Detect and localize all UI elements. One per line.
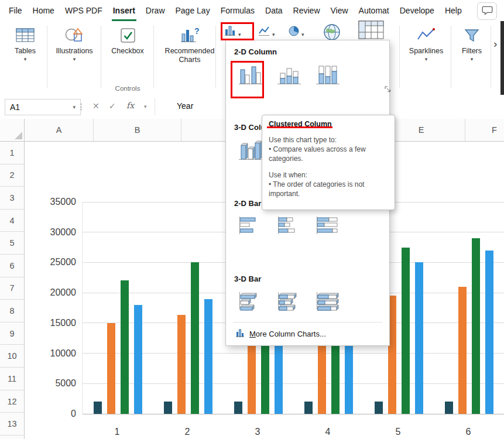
drag-handle-icon: ⋮ (77, 102, 85, 111)
formula-input[interactable]: Year (177, 101, 193, 111)
comment-button[interactable] (477, 2, 497, 20)
tab-help[interactable]: Help (440, 0, 467, 21)
tab-data[interactable]: Data (260, 0, 288, 21)
illustrations-button[interactable]: Illustrations ▾ (52, 25, 97, 62)
tab-formulas[interactable]: Formulas (215, 0, 260, 21)
bar-orange-cat-6 (458, 287, 467, 414)
tab-page-lay[interactable]: Page Lay (170, 0, 215, 21)
row-header-11[interactable]: 11 (0, 368, 24, 390)
tab-view[interactable]: View (325, 0, 354, 21)
row-header-1[interactable]: 1 (0, 142, 24, 164)
bar-teal-cat-2 (164, 402, 172, 414)
tooltip-line: Use this chart type to: (269, 135, 388, 145)
menu-option-100-stacked-column[interactable] (311, 60, 344, 90)
x-axis-label-1: 1 (115, 427, 120, 437)
insert-line-chart-button[interactable]: ▾ (258, 25, 275, 40)
tables-button[interactable]: Tables ▾ (8, 25, 42, 62)
row-header-13[interactable]: 13 (0, 413, 24, 435)
menu-option-3d-stacked-bar[interactable] (273, 287, 306, 317)
insert-function-icon[interactable]: fx (126, 101, 134, 110)
insert-column-chart-button[interactable]: ▾ (224, 25, 241, 40)
more-column-charts-icon (235, 328, 245, 339)
menu-section-title: 3-D Bar (234, 275, 381, 283)
menu-footer-label: More Column Charts... (249, 330, 326, 338)
menu-more-column-charts[interactable]: More Column Charts... (233, 325, 382, 341)
tab-file[interactable]: File (4, 0, 28, 21)
menu-option-stacked-bar[interactable] (273, 211, 306, 242)
y-axis-tick-15000: 15000 (25, 318, 76, 328)
formula-bar-caret-icon[interactable]: ▾ (144, 104, 147, 109)
tooltip-title: Clustered Column (269, 120, 388, 128)
ribbon-overflow-chevron[interactable]: › (493, 37, 497, 50)
tab-automat[interactable]: Automat (354, 0, 395, 21)
illustrations-icon (64, 25, 84, 45)
menu-option-clustered-bar[interactable] (234, 211, 267, 242)
filters-button[interactable]: Filters ▾ (455, 25, 488, 62)
tab-insert[interactable]: Insert (108, 0, 140, 21)
bar-teal-cat-5 (375, 402, 383, 414)
x-axis-label-2: 2 (185, 427, 190, 437)
dialog-launcher-icon[interactable] (383, 85, 392, 93)
caret-down-icon: ▾ (238, 32, 241, 37)
menu-option-stacked-column[interactable] (273, 60, 306, 90)
tooltip-line: • Compare values across a few categories… (269, 145, 388, 163)
row-header-3[interactable]: 3 (0, 187, 24, 210)
tab-develope[interactable]: Develope (395, 0, 440, 21)
row-header-2[interactable]: 2 (0, 164, 24, 187)
pie-chart-icon (288, 25, 300, 39)
menu-icon-row (234, 60, 381, 90)
comment-icon (482, 5, 493, 18)
tab-review[interactable]: Review (288, 0, 325, 21)
sparklines-label: Sparklines (409, 47, 443, 56)
caret-down-icon: ▾ (471, 57, 474, 62)
y-axis-tick-25000: 25000 (25, 257, 76, 267)
caret-down-icon: ▾ (73, 57, 76, 62)
name-box[interactable]: A1 ▾ (5, 99, 81, 115)
insert-pie-chart-button[interactable]: ▾ (288, 25, 304, 40)
column-header-b[interactable]: B (94, 119, 181, 141)
recommended-charts-icon: ? (179, 25, 201, 45)
bar-green-cat-6 (472, 238, 480, 414)
column-header-a[interactable]: A (25, 119, 94, 141)
row-header-4[interactable]: 4 (0, 210, 24, 232)
cancel-icon[interactable]: ✕ (92, 101, 100, 111)
row-header-7[interactable]: 7 (0, 277, 24, 300)
menu-option-100-stacked-bar[interactable] (311, 211, 344, 242)
maps-button[interactable] (323, 26, 341, 41)
row-header-8[interactable]: 8 (0, 300, 24, 323)
y-axis-tick-30000: 30000 (25, 227, 76, 238)
tooltip-line: Use it when: (269, 170, 388, 180)
recommended-charts-button[interactable]: ? Recommended Charts (159, 25, 220, 64)
sparklines-button[interactable]: Sparklines ▾ (405, 25, 447, 62)
row-header-5[interactable]: 5 (0, 232, 24, 255)
checkbox-label: Checkbox (111, 47, 144, 56)
chart-type-tooltip: Clustered Column Use this chart type to:… (262, 115, 395, 210)
tables-label: Tables (15, 47, 36, 56)
select-all-corner[interactable] (0, 119, 25, 142)
row-header-12[interactable]: 12 (0, 390, 24, 413)
menu-section-title: 2-D Column (234, 47, 381, 56)
x-axis-label-4: 4 (325, 427, 331, 437)
name-box-caret-icon[interactable]: ▾ (73, 104, 76, 110)
tab-home[interactable]: Home (28, 0, 60, 21)
menu-option-clustered-column[interactable] (234, 60, 267, 90)
enter-icon[interactable]: ✓ (109, 101, 116, 111)
row-header-9[interactable]: 9 (0, 323, 24, 345)
menu-option-3d-clustered-bar[interactable] (234, 287, 267, 317)
bar-blue-cat-6 (485, 251, 493, 414)
tab-wps-pdf[interactable]: WPS PDF (60, 0, 108, 21)
tab-draw[interactable]: Draw (140, 0, 170, 21)
tooltip-body: Use this chart type to:• Compare values … (269, 135, 388, 198)
row-header-6[interactable]: 6 (0, 255, 24, 277)
bar-green-cat-2 (191, 262, 199, 414)
y-axis-tick-35000: 35000 (25, 197, 76, 207)
sparklines-icon (417, 25, 436, 45)
column-header-f[interactable]: F (465, 119, 504, 141)
menu-option-3d-100-stacked-bar[interactable] (311, 287, 344, 317)
tooltip-line: • The order of categories is not importa… (269, 180, 388, 198)
recommended-charts-label: Recommended Charts (159, 47, 220, 64)
pivotchart-button[interactable] (358, 23, 384, 39)
row-header-10[interactable]: 10 (0, 345, 24, 368)
checkbox-button[interactable]: Checkbox (107, 25, 149, 56)
formula-bar-divider (155, 98, 155, 115)
